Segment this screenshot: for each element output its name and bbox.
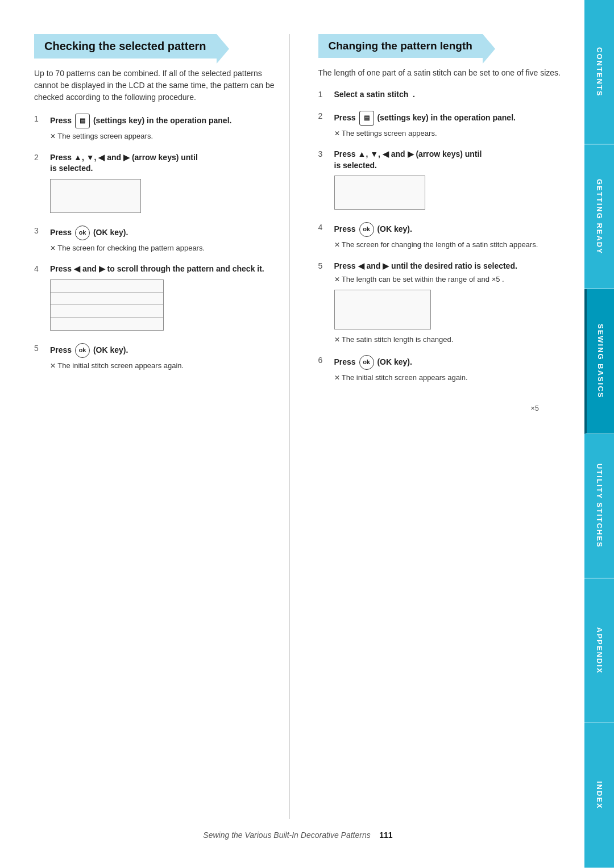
right-sidebar: CONTENTS GETTING READY SEWING BASICS UTI… bbox=[584, 0, 614, 868]
right-step-6: 6 Press ok (OK key). The initial stitch … bbox=[318, 355, 562, 386]
right-lcd-2 bbox=[334, 290, 431, 329]
two-col: Checking the selected pattern Up to 70 p… bbox=[34, 34, 562, 819]
sidebar-tab-index[interactable]: INDEX bbox=[584, 723, 614, 868]
sidebar-tab-contents[interactable]: CONTENTS bbox=[584, 0, 614, 145]
sidebar-tab-utility-stitches[interactable]: UTILITY STITCHES bbox=[584, 434, 614, 579]
page-content: Checking the selected pattern Up to 70 p… bbox=[0, 0, 614, 868]
left-section-header: Checking the selected pattern bbox=[34, 34, 278, 59]
footer: Sewing the Various Built-In Decorative P… bbox=[34, 819, 562, 845]
right-column: Changing the pattern length The length o… bbox=[313, 34, 562, 819]
right-step-1: 1 Select a satin stitch . bbox=[318, 89, 562, 103]
right-step-2: 2 Press ▤ (settings key) in the operatio… bbox=[318, 111, 562, 141]
settings-key-icon: ▤ bbox=[75, 114, 90, 128]
right-section-title: Changing the pattern length bbox=[318, 34, 483, 58]
right-section-header: Changing the pattern length bbox=[318, 34, 562, 58]
left-lcd-2 bbox=[50, 279, 164, 331]
left-intro: Up to 70 patterns can be combined. If al… bbox=[34, 68, 278, 103]
left-step-2: 2 Press ▲, ▼, ◀ and ▶ (arrow keys) until… bbox=[34, 152, 278, 218]
left-column: Checking the selected pattern Up to 70 p… bbox=[34, 34, 290, 819]
sidebar-tab-appendix[interactable]: APPENDIX bbox=[584, 579, 614, 724]
right-step-4: 4 Press ok (OK key). The screen for chan… bbox=[318, 222, 562, 253]
ok-key-icon-r6: ok bbox=[359, 355, 374, 370]
sidebar-tab-getting-ready[interactable]: GETTING READY bbox=[584, 145, 614, 290]
footer-label: Sewing the Various Built-In Decorative P… bbox=[203, 831, 370, 840]
left-section-title: Checking the selected pattern bbox=[34, 34, 217, 59]
sidebar-tab-sewing-basics[interactable]: SEWING BASICS bbox=[584, 289, 614, 434]
right-step-5: 5 Press ◀ and ▶ until the desired ratio … bbox=[318, 261, 562, 348]
footnote-text: ×5 bbox=[530, 404, 539, 412]
ok-key-icon-l3: ok bbox=[75, 226, 90, 240]
left-step-4: 4 Press ◀ and ▶ to scroll through the pa… bbox=[34, 264, 278, 335]
ok-key-icon-l5: ok bbox=[75, 343, 90, 358]
right-step-3: 3 Press ▲, ▼, ◀ and ▶ (arrow keys) until… bbox=[318, 149, 562, 214]
right-intro: The length of one part of a satin stitch… bbox=[318, 67, 562, 79]
page-number: 111 bbox=[379, 831, 392, 840]
main-area: Checking the selected pattern Up to 70 p… bbox=[0, 0, 584, 868]
settings-key-icon-r2: ▤ bbox=[359, 111, 374, 126]
left-step-3: 3 Press ok (OK key). The screen for chec… bbox=[34, 226, 278, 256]
left-step-5: 5 Press ok (OK key). The initial stitch … bbox=[34, 343, 278, 374]
right-lcd-1 bbox=[334, 176, 425, 210]
left-step-1: 1 Press ▤ (settings key) in the operatio… bbox=[34, 114, 278, 144]
ok-key-icon-r4: ok bbox=[359, 222, 374, 237]
footnote-area: ×5 bbox=[318, 403, 562, 412]
left-lcd-1 bbox=[50, 179, 141, 213]
